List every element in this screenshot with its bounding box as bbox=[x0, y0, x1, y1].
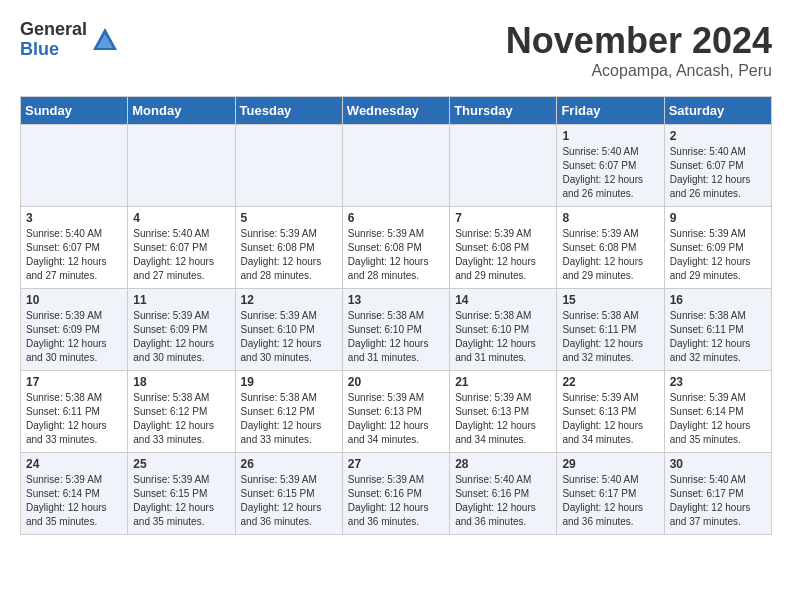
day-info: Sunrise: 5:38 AM Sunset: 6:10 PM Dayligh… bbox=[348, 309, 444, 365]
calendar-week-1: 1Sunrise: 5:40 AM Sunset: 6:07 PM Daylig… bbox=[21, 125, 772, 207]
header-cell-monday: Monday bbox=[128, 97, 235, 125]
calendar-cell: 7Sunrise: 5:39 AM Sunset: 6:08 PM Daylig… bbox=[450, 207, 557, 289]
header-row: SundayMondayTuesdayWednesdayThursdayFrid… bbox=[21, 97, 772, 125]
header-cell-friday: Friday bbox=[557, 97, 664, 125]
title-area: November 2024 Acopampa, Ancash, Peru bbox=[506, 20, 772, 80]
day-info: Sunrise: 5:39 AM Sunset: 6:08 PM Dayligh… bbox=[241, 227, 337, 283]
day-number: 20 bbox=[348, 375, 444, 389]
day-number: 13 bbox=[348, 293, 444, 307]
day-number: 30 bbox=[670, 457, 766, 471]
day-number: 28 bbox=[455, 457, 551, 471]
calendar-cell: 21Sunrise: 5:39 AM Sunset: 6:13 PM Dayli… bbox=[450, 371, 557, 453]
day-number: 23 bbox=[670, 375, 766, 389]
day-number: 10 bbox=[26, 293, 122, 307]
day-number: 11 bbox=[133, 293, 229, 307]
logo-blue-text: Blue bbox=[20, 40, 87, 60]
calendar-cell: 1Sunrise: 5:40 AM Sunset: 6:07 PM Daylig… bbox=[557, 125, 664, 207]
day-info: Sunrise: 5:39 AM Sunset: 6:09 PM Dayligh… bbox=[133, 309, 229, 365]
day-info: Sunrise: 5:39 AM Sunset: 6:10 PM Dayligh… bbox=[241, 309, 337, 365]
day-info: Sunrise: 5:39 AM Sunset: 6:14 PM Dayligh… bbox=[670, 391, 766, 447]
calendar-cell: 5Sunrise: 5:39 AM Sunset: 6:08 PM Daylig… bbox=[235, 207, 342, 289]
day-info: Sunrise: 5:39 AM Sunset: 6:15 PM Dayligh… bbox=[241, 473, 337, 529]
day-info: Sunrise: 5:38 AM Sunset: 6:12 PM Dayligh… bbox=[133, 391, 229, 447]
subtitle: Acopampa, Ancash, Peru bbox=[506, 62, 772, 80]
calendar-week-2: 3Sunrise: 5:40 AM Sunset: 6:07 PM Daylig… bbox=[21, 207, 772, 289]
calendar-cell: 16Sunrise: 5:38 AM Sunset: 6:11 PM Dayli… bbox=[664, 289, 771, 371]
day-info: Sunrise: 5:39 AM Sunset: 6:09 PM Dayligh… bbox=[26, 309, 122, 365]
calendar-cell: 24Sunrise: 5:39 AM Sunset: 6:14 PM Dayli… bbox=[21, 453, 128, 535]
day-info: Sunrise: 5:39 AM Sunset: 6:15 PM Dayligh… bbox=[133, 473, 229, 529]
month-title: November 2024 bbox=[506, 20, 772, 62]
day-info: Sunrise: 5:40 AM Sunset: 6:07 PM Dayligh… bbox=[133, 227, 229, 283]
calendar-cell: 4Sunrise: 5:40 AM Sunset: 6:07 PM Daylig… bbox=[128, 207, 235, 289]
calendar-cell: 23Sunrise: 5:39 AM Sunset: 6:14 PM Dayli… bbox=[664, 371, 771, 453]
calendar-cell: 27Sunrise: 5:39 AM Sunset: 6:16 PM Dayli… bbox=[342, 453, 449, 535]
header-cell-thursday: Thursday bbox=[450, 97, 557, 125]
day-info: Sunrise: 5:38 AM Sunset: 6:11 PM Dayligh… bbox=[670, 309, 766, 365]
day-info: Sunrise: 5:39 AM Sunset: 6:13 PM Dayligh… bbox=[455, 391, 551, 447]
calendar-cell bbox=[235, 125, 342, 207]
day-info: Sunrise: 5:39 AM Sunset: 6:09 PM Dayligh… bbox=[670, 227, 766, 283]
header-cell-saturday: Saturday bbox=[664, 97, 771, 125]
day-number: 22 bbox=[562, 375, 658, 389]
day-info: Sunrise: 5:40 AM Sunset: 6:16 PM Dayligh… bbox=[455, 473, 551, 529]
calendar-cell: 17Sunrise: 5:38 AM Sunset: 6:11 PM Dayli… bbox=[21, 371, 128, 453]
day-number: 27 bbox=[348, 457, 444, 471]
calendar-week-5: 24Sunrise: 5:39 AM Sunset: 6:14 PM Dayli… bbox=[21, 453, 772, 535]
day-number: 4 bbox=[133, 211, 229, 225]
day-info: Sunrise: 5:38 AM Sunset: 6:11 PM Dayligh… bbox=[562, 309, 658, 365]
day-info: Sunrise: 5:40 AM Sunset: 6:17 PM Dayligh… bbox=[562, 473, 658, 529]
day-info: Sunrise: 5:40 AM Sunset: 6:07 PM Dayligh… bbox=[562, 145, 658, 201]
day-number: 21 bbox=[455, 375, 551, 389]
day-info: Sunrise: 5:39 AM Sunset: 6:13 PM Dayligh… bbox=[562, 391, 658, 447]
calendar-cell bbox=[342, 125, 449, 207]
day-info: Sunrise: 5:40 AM Sunset: 6:17 PM Dayligh… bbox=[670, 473, 766, 529]
calendar-cell: 28Sunrise: 5:40 AM Sunset: 6:16 PM Dayli… bbox=[450, 453, 557, 535]
day-info: Sunrise: 5:39 AM Sunset: 6:14 PM Dayligh… bbox=[26, 473, 122, 529]
day-number: 3 bbox=[26, 211, 122, 225]
calendar-cell bbox=[21, 125, 128, 207]
day-number: 29 bbox=[562, 457, 658, 471]
day-info: Sunrise: 5:39 AM Sunset: 6:13 PM Dayligh… bbox=[348, 391, 444, 447]
calendar-cell: 6Sunrise: 5:39 AM Sunset: 6:08 PM Daylig… bbox=[342, 207, 449, 289]
calendar-table: SundayMondayTuesdayWednesdayThursdayFrid… bbox=[20, 96, 772, 535]
logo-icon bbox=[91, 26, 119, 54]
day-number: 18 bbox=[133, 375, 229, 389]
calendar-cell: 25Sunrise: 5:39 AM Sunset: 6:15 PM Dayli… bbox=[128, 453, 235, 535]
calendar-cell: 22Sunrise: 5:39 AM Sunset: 6:13 PM Dayli… bbox=[557, 371, 664, 453]
calendar-cell: 12Sunrise: 5:39 AM Sunset: 6:10 PM Dayli… bbox=[235, 289, 342, 371]
calendar-cell: 3Sunrise: 5:40 AM Sunset: 6:07 PM Daylig… bbox=[21, 207, 128, 289]
day-number: 8 bbox=[562, 211, 658, 225]
day-number: 7 bbox=[455, 211, 551, 225]
logo: General Blue bbox=[20, 20, 119, 60]
day-number: 5 bbox=[241, 211, 337, 225]
page-header: General Blue November 2024 Acopampa, Anc… bbox=[20, 20, 772, 80]
day-info: Sunrise: 5:40 AM Sunset: 6:07 PM Dayligh… bbox=[26, 227, 122, 283]
day-number: 14 bbox=[455, 293, 551, 307]
day-number: 1 bbox=[562, 129, 658, 143]
day-number: 16 bbox=[670, 293, 766, 307]
calendar-cell: 18Sunrise: 5:38 AM Sunset: 6:12 PM Dayli… bbox=[128, 371, 235, 453]
day-info: Sunrise: 5:38 AM Sunset: 6:12 PM Dayligh… bbox=[241, 391, 337, 447]
day-number: 15 bbox=[562, 293, 658, 307]
calendar-cell: 10Sunrise: 5:39 AM Sunset: 6:09 PM Dayli… bbox=[21, 289, 128, 371]
day-info: Sunrise: 5:39 AM Sunset: 6:08 PM Dayligh… bbox=[348, 227, 444, 283]
day-number: 17 bbox=[26, 375, 122, 389]
day-info: Sunrise: 5:40 AM Sunset: 6:07 PM Dayligh… bbox=[670, 145, 766, 201]
calendar-week-4: 17Sunrise: 5:38 AM Sunset: 6:11 PM Dayli… bbox=[21, 371, 772, 453]
day-info: Sunrise: 5:39 AM Sunset: 6:08 PM Dayligh… bbox=[455, 227, 551, 283]
calendar-week-3: 10Sunrise: 5:39 AM Sunset: 6:09 PM Dayli… bbox=[21, 289, 772, 371]
calendar-cell: 11Sunrise: 5:39 AM Sunset: 6:09 PM Dayli… bbox=[128, 289, 235, 371]
day-number: 6 bbox=[348, 211, 444, 225]
calendar-cell: 29Sunrise: 5:40 AM Sunset: 6:17 PM Dayli… bbox=[557, 453, 664, 535]
day-info: Sunrise: 5:39 AM Sunset: 6:16 PM Dayligh… bbox=[348, 473, 444, 529]
day-number: 26 bbox=[241, 457, 337, 471]
day-info: Sunrise: 5:39 AM Sunset: 6:08 PM Dayligh… bbox=[562, 227, 658, 283]
day-number: 12 bbox=[241, 293, 337, 307]
calendar-body: 1Sunrise: 5:40 AM Sunset: 6:07 PM Daylig… bbox=[21, 125, 772, 535]
day-info: Sunrise: 5:38 AM Sunset: 6:10 PM Dayligh… bbox=[455, 309, 551, 365]
calendar-cell: 14Sunrise: 5:38 AM Sunset: 6:10 PM Dayli… bbox=[450, 289, 557, 371]
calendar-header: SundayMondayTuesdayWednesdayThursdayFrid… bbox=[21, 97, 772, 125]
calendar-cell: 26Sunrise: 5:39 AM Sunset: 6:15 PM Dayli… bbox=[235, 453, 342, 535]
calendar-cell bbox=[450, 125, 557, 207]
